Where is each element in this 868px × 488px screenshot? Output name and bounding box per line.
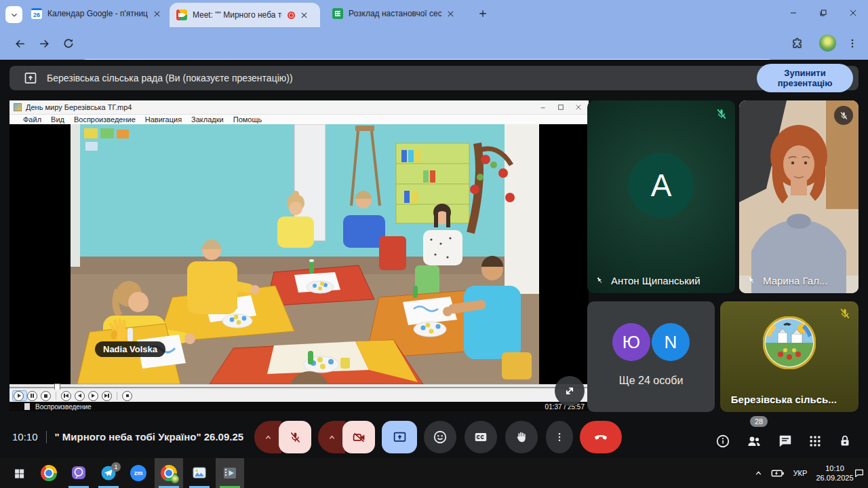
camera-toggle-button[interactable] xyxy=(342,421,375,453)
menu-favorites[interactable]: Закладки xyxy=(191,115,224,124)
arrow-right-icon xyxy=(38,37,51,50)
extensions-button[interactable] xyxy=(785,32,808,55)
status-text: Воспроизведение xyxy=(35,403,92,411)
forward-button[interactable] xyxy=(33,32,56,55)
show-everyone-button[interactable] xyxy=(741,428,768,455)
host-controls-button[interactable] xyxy=(831,428,859,455)
tab-title: Meet: "" Мирного неба тоб xyxy=(193,10,282,20)
player-close-icon[interactable] xyxy=(575,104,582,111)
restore-icon xyxy=(819,9,827,17)
step-back-button[interactable] xyxy=(75,391,85,401)
raise-hand-button[interactable] xyxy=(505,421,538,453)
window-minimize-button[interactable] xyxy=(778,0,808,26)
divider xyxy=(46,431,47,443)
new-tab-button[interactable] xyxy=(475,5,491,22)
participant-name: Березівська сільсь... xyxy=(720,394,848,405)
start-button[interactable] xyxy=(4,458,34,488)
leave-call-button[interactable] xyxy=(580,421,622,453)
back-button[interactable] xyxy=(8,32,31,55)
close-icon xyxy=(849,9,857,17)
more-participants-tile[interactable]: Ю N Ще 24 особи xyxy=(587,301,715,412)
menu-navigate[interactable]: Навигация xyxy=(145,115,182,124)
expand-shared-screen-button[interactable] xyxy=(555,376,585,406)
windows-taskbar: 1 zm УКР 10:10 26.09.2025 xyxy=(0,458,868,488)
avatar xyxy=(819,35,836,52)
window-restore-button[interactable] xyxy=(808,0,838,26)
tab-sheets[interactable]: Розклад настановчої сесії для xyxy=(326,0,461,27)
taskbar-media-player[interactable] xyxy=(216,458,244,488)
clapping-hands-reaction-icon xyxy=(106,316,134,344)
menu-file[interactable]: Файл xyxy=(23,115,41,124)
play-button[interactable] xyxy=(14,391,24,401)
close-tab-icon[interactable] xyxy=(300,12,308,19)
taskbar-photos[interactable] xyxy=(186,458,213,488)
player-minimize-icon[interactable] xyxy=(540,104,547,111)
player-title-bar: День миру Березівська ТГ.mp4 xyxy=(9,100,589,115)
mute-button[interactable] xyxy=(122,391,132,401)
browser-menu-button[interactable] xyxy=(841,32,864,55)
chat-icon xyxy=(778,434,793,449)
window-close-button[interactable] xyxy=(838,0,868,26)
notification-icon xyxy=(854,468,865,478)
participant-tile-berezivska[interactable]: Березівська сільсь... xyxy=(720,301,859,412)
tab-calendar[interactable]: 26 Календар Google - п'ятниця, 2 xyxy=(24,0,168,27)
mic-off-icon xyxy=(834,106,853,125)
player-maximize-icon[interactable] xyxy=(557,104,564,111)
profile-avatar[interactable] xyxy=(819,35,836,52)
participant-tile-maryna[interactable]: Марина Гал... xyxy=(739,100,859,293)
taskbar-chrome[interactable] xyxy=(35,458,62,488)
present-now-button[interactable] xyxy=(382,421,417,453)
player-menu-bar: Файл Вид Воспроизведение Навигация Закла… xyxy=(9,115,589,124)
notification-badge: 1 xyxy=(111,462,121,472)
sheets-icon xyxy=(332,8,343,19)
village-council-emblem xyxy=(763,316,816,369)
mic-off-icon xyxy=(838,307,852,320)
tab-search-button[interactable] xyxy=(5,6,22,23)
taskbar-viber[interactable] xyxy=(65,458,92,488)
recording-indicator-icon xyxy=(288,12,295,19)
taskbar-zoom[interactable]: zm xyxy=(125,458,152,488)
stop-button[interactable] xyxy=(41,391,51,401)
plus-icon xyxy=(478,9,488,18)
menu-playback[interactable]: Воспроизведение xyxy=(74,115,136,124)
taskbar-telegram[interactable]: 1 xyxy=(95,458,122,488)
stop-presenting-button[interactable]: Зупинити презентацію xyxy=(757,64,853,92)
tray-expand-button[interactable] xyxy=(749,458,768,488)
mic-off-icon xyxy=(288,430,302,445)
skip-forward-button[interactable] xyxy=(102,391,112,401)
media-player-icon xyxy=(222,465,238,481)
close-tab-icon[interactable] xyxy=(153,10,161,18)
action-center-button[interactable] xyxy=(850,458,868,488)
tab-meet-active[interactable]: Meet: "" Мирного неба тоб xyxy=(170,3,320,27)
minimize-icon xyxy=(789,9,797,17)
step-forward-button[interactable] xyxy=(88,391,98,401)
chevron-up-icon xyxy=(327,432,337,443)
activities-button[interactable] xyxy=(802,428,829,455)
close-tab-icon[interactable] xyxy=(447,10,454,18)
present-icon xyxy=(393,430,407,445)
seek-bar[interactable] xyxy=(9,384,589,390)
banner-text: Березівська сільська рада (Ви (показуєте… xyxy=(47,73,293,83)
tray-date: 26.09.2025 xyxy=(816,473,853,483)
taskbar-chrome-active[interactable] xyxy=(155,458,183,488)
pause-button[interactable] xyxy=(27,391,37,401)
mic-toggle-button[interactable] xyxy=(279,421,311,453)
camera-options-button[interactable] xyxy=(318,421,345,453)
battery-indicator[interactable] xyxy=(768,458,788,488)
tray-clock[interactable]: 10:10 26.09.2025 xyxy=(814,458,856,488)
chat-button[interactable] xyxy=(772,428,799,455)
menu-help[interactable]: Помощь xyxy=(233,115,262,124)
participant-tile-anton[interactable]: А Антон Щипанський xyxy=(587,100,735,293)
captions-button[interactable] xyxy=(465,421,497,453)
skip-back-button[interactable] xyxy=(61,391,71,401)
browser-toolbar: meet.google.com/wwc-wjvn-hjr?authuser=0 xyxy=(0,27,868,60)
reactions-button[interactable] xyxy=(424,421,456,453)
menu-view[interactable]: Вид xyxy=(51,115,64,124)
meeting-details-button[interactable] xyxy=(709,428,736,455)
more-options-button[interactable] xyxy=(546,421,573,453)
reload-button[interactable] xyxy=(57,32,80,55)
mic-options-button[interactable] xyxy=(254,421,281,453)
language-indicator[interactable]: УКР xyxy=(788,458,812,488)
tray-time: 10:10 xyxy=(816,464,853,473)
reload-icon xyxy=(62,37,75,50)
